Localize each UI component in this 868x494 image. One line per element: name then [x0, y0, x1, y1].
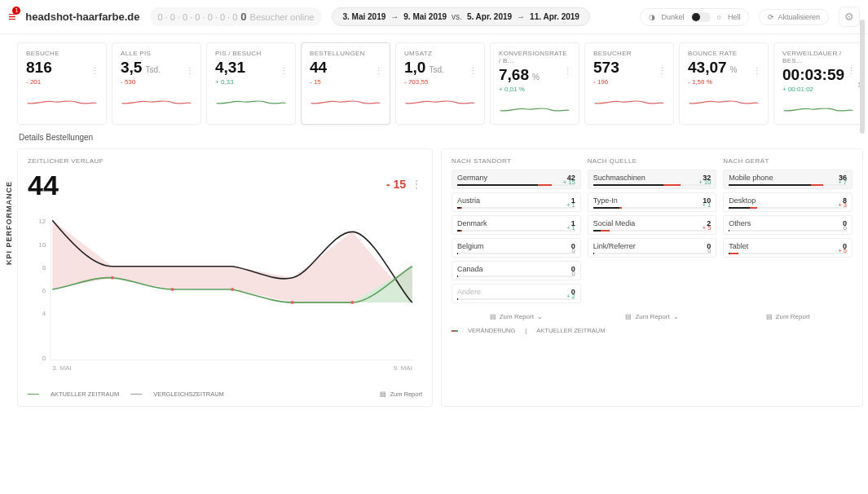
kpi-value: 4,31 — [215, 59, 287, 77]
breakdown-row[interactable]: Denmark 1 + 1 — [452, 215, 581, 235]
settings-button[interactable]: ⚙ — [839, 7, 860, 27]
row-name: Link/Referrer — [593, 242, 636, 250]
row-delta: + 7 — [838, 179, 847, 186]
kpi-card[interactable]: UMSATZ 1,0Tsd. - 703,55 ⋮ — [395, 42, 485, 125]
row-name: Austria — [457, 196, 480, 205]
row-delta: + 1 — [703, 201, 712, 209]
row-delta: + 1 — [566, 201, 575, 209]
row-bar — [729, 230, 847, 232]
report-icon: ▤ — [380, 390, 386, 398]
kpi-menu-icon[interactable]: ⋮ — [752, 66, 761, 77]
breakdown-row[interactable]: Others 0 0 — [723, 215, 853, 235]
topbar: ≡1 headshot-haarfarbe.de 0 · 0 · 0 · 0 ·… — [0, 0, 868, 34]
row-name: Canada — [457, 265, 483, 273]
row-name: Type-In — [593, 196, 618, 205]
kpi-menu-icon[interactable]: ⋮ — [90, 66, 99, 77]
date-range-picker[interactable]: 3. Mai 2019 → 9. Mai 2019 vs. 5. Apr. 20… — [332, 7, 589, 26]
to-report-link[interactable]: ▤Zum Report — [723, 307, 853, 320]
kpi-card[interactable]: BESTELLUNGEN 44 - 15 ⋮ — [301, 42, 390, 125]
kpi-label: UMSATZ — [404, 50, 476, 57]
row-name: Belgium — [457, 242, 484, 250]
page-scrollbar[interactable] — [860, 0, 866, 412]
svg-text:6: 6 — [42, 287, 46, 294]
svg-point-13 — [291, 301, 294, 304]
theme-toggle[interactable]: ◑Dunkel ○Hell — [640, 8, 750, 26]
kpi-value: 44 — [310, 59, 381, 77]
kpi-menu-icon[interactable]: ⋮ — [658, 66, 667, 77]
row-delta: 0 — [707, 247, 711, 254]
sparkline — [782, 96, 854, 119]
svg-text:9. MAI: 9. MAI — [394, 364, 412, 372]
kpi-label: BESUCHE — [26, 50, 98, 57]
refresh-button[interactable]: ⟳ Aktualisieren — [759, 9, 829, 25]
to-report-link[interactable]: ▤Zum Report ⌄ — [588, 307, 717, 320]
kpi-value: 816 — [26, 59, 98, 77]
sparkline — [688, 89, 760, 112]
breakdown-row[interactable]: Tablet 0 + 5 — [723, 238, 853, 258]
kpi-value: 1,0Tsd. — [404, 59, 476, 77]
kpi-label: BESUCHER — [593, 50, 665, 57]
breakdown-row[interactable]: Mobile phone 36 + 7 — [723, 170, 853, 189]
timeline-panel: ZEITLICHER VERLAUF 44 - 15⋮ 12 10 8 6 — [17, 148, 433, 407]
row-delta: + 1 — [566, 224, 575, 232]
row-bar — [457, 230, 575, 232]
svg-text:0: 0 — [42, 355, 46, 362]
kpi-delta: - 196 — [593, 78, 665, 86]
kpi-delta: + 0,01 % — [499, 86, 571, 93]
kpi-menu-icon[interactable]: ⋮ — [185, 66, 194, 77]
kpi-card[interactable]: ALLE PIS 3,5Tsd. - 530 ⋮ — [112, 42, 201, 125]
visitor-counter: 0 · 0 · 0 · 0 · 0 · 0 · 0 0 Besucher onl… — [150, 7, 323, 26]
row-bar — [593, 253, 712, 254]
to-report-link[interactable]: ▤Zum Report ⌄ — [452, 307, 581, 320]
breakdown-panel: NACH STANDORT Germany 42 + 15Austria 1 +… — [441, 148, 863, 407]
breakdown-row[interactable]: Link/Referrer 0 0 — [588, 238, 717, 258]
row-delta: + 15 — [563, 179, 575, 186]
row-delta: 0 — [572, 247, 575, 254]
to-report-link[interactable]: ▤ Zum Report — [380, 390, 422, 398]
kpi-value: 43,07% — [688, 59, 760, 77]
breakdown-row[interactable]: Germany 42 + 15 — [452, 170, 581, 189]
kpi-delta: - 530 — [121, 78, 192, 86]
sparkline — [215, 89, 287, 112]
breakdown-row[interactable]: Austria 1 + 1 — [452, 192, 581, 212]
side-tab[interactable]: KPI PERFORMANCE — [0, 34, 17, 412]
panel-title: ZEITLICHER VERLAUF — [28, 157, 422, 165]
kpi-card[interactable]: BESUCHE 816 - 201 ⋮ — [17, 42, 107, 125]
breakdown-row[interactable]: Type-In 10 + 1 — [588, 192, 717, 212]
notification-badge: 1 — [12, 7, 20, 15]
kpi-card[interactable]: VERWEILDAUER / BES... 00:03:59 + 00:01:0… — [773, 42, 863, 125]
kpi-label: PIS / BESUCH — [215, 50, 287, 57]
breakdown-row[interactable]: Desktop 8 + 3 — [723, 192, 853, 212]
breakdown-row[interactable]: Suchmaschinen 32 + 10 — [588, 170, 717, 189]
row-name: Desktop — [729, 196, 756, 205]
row-bar — [593, 184, 712, 186]
kpi-menu-icon[interactable]: ⋮ — [469, 66, 478, 77]
kpi-menu-icon[interactable]: ⋮ — [280, 66, 289, 77]
details-title: Details Bestellungen — [17, 125, 863, 148]
sparkline — [26, 89, 98, 112]
breakdown-row[interactable]: Belgium 0 0 — [452, 238, 581, 258]
menu-icon[interactable]: ≡1 — [8, 10, 15, 24]
timeline-total: 44 — [28, 170, 59, 201]
kpi-card[interactable]: PIS / BESUCH 4,31 + 0,33 ⋮ — [206, 42, 296, 125]
geraet-column: NACH GERÄT Mobile phone 36 + 7Desktop 8 … — [723, 157, 853, 320]
kpi-menu-icon[interactable]: ⋮ — [374, 66, 383, 77]
breakdown-row[interactable]: Social Media 2 + 5 — [588, 215, 717, 235]
svg-point-14 — [350, 301, 354, 304]
row-bar — [593, 207, 712, 209]
svg-text:10: 10 — [38, 241, 46, 249]
breakdown-row[interactable]: Andere 0 + 2 — [452, 284, 581, 303]
kpi-card[interactable]: KONVERSIONSRATE / B... 7,68% + 0,01 % ⋮ — [490, 42, 579, 125]
row-delta: + 2 — [566, 293, 575, 300]
kpi-card[interactable]: BESUCHER 573 - 196 ⋮ — [584, 42, 674, 125]
kpi-card[interactable]: BOUNCE RATE 43,07% - 1,58 % ⋮ — [679, 42, 769, 125]
row-bar — [457, 207, 575, 209]
row-delta: + 3 — [838, 201, 847, 209]
row-bar — [729, 253, 847, 254]
breakdown-row[interactable]: Canada 0 0 — [452, 261, 581, 280]
row-name: Tablet — [729, 242, 748, 250]
kpi-menu-icon[interactable]: ⋮ — [563, 66, 572, 77]
sparkline — [310, 89, 381, 112]
svg-text:4: 4 — [42, 310, 46, 317]
kpi-delta: - 15 — [310, 78, 381, 86]
